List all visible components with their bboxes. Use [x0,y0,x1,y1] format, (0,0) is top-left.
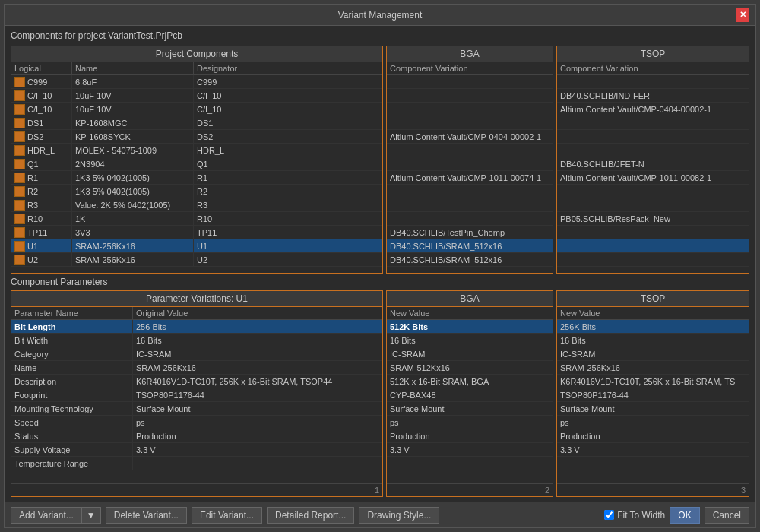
param-tsop-table[interactable]: 256K Bits16 BitsIC-SRAMSRAM-256Kx16K6R40… [557,320,749,483]
param-row[interactable]: Supply Voltage 3.3 V [11,443,382,457]
cell-orig-val: TSOP80P1176-44 [133,388,382,401]
delete-variant-button[interactable]: Delete Variant... [106,507,187,524]
param-row[interactable]: 16 Bits [387,334,553,347]
table-row[interactable]: C/I_10 10uF 10V C/I_10 [11,103,382,116]
table-row[interactable] [387,212,553,226]
table-row[interactable]: Altium Content Vault/CMP-1011-00074-1 [387,171,553,185]
tsop-panel: TSOP Component Variation DB40.SCHLIB/IND… [556,46,749,274]
table-row[interactable] [557,239,749,253]
param-row[interactable]: Name SRAM-256Kx16 [11,361,382,375]
table-row[interactable]: U1 SRAM-256Kx16 U1 [11,239,382,253]
table-row[interactable]: R3 Value: 2K 5% 0402(1005) R3 [11,198,382,212]
param-row[interactable]: 512K x 16-Bit SRAM, BGA [387,375,553,388]
table-row[interactable] [557,226,749,239]
fit-to-width-checkbox-wrap[interactable]: Fit To Width [604,510,665,521]
table-row[interactable] [557,116,749,130]
param-row[interactable]: ps [387,416,553,429]
drawing-style-button[interactable]: Drawing Style... [359,507,439,524]
bga-table[interactable]: Altium Content Vault/CMP-0404-00002-1Alt… [387,75,553,273]
table-row[interactable] [387,157,553,171]
param-row[interactable]: ps [557,416,749,429]
param-left-table[interactable]: Bit Length 256 Bits Bit Width 16 Bits Ca… [11,320,382,483]
table-row[interactable]: Q1 2N3904 Q1 [11,157,382,171]
param-row[interactable]: Surface Mount [557,402,749,416]
param-row[interactable]: TSOP80P1176-44 [557,388,749,402]
table-row[interactable] [387,116,553,130]
table-row[interactable]: DB40.SCHLIB/JFET-N [557,157,749,171]
param-row[interactable] [387,457,553,470]
table-row[interactable]: HDR_L MOLEX - 54075-1009 HDR_L [11,144,382,157]
table-row[interactable]: C/I_10 10uF 10V C/I_10 [11,89,382,103]
table-row[interactable]: DB40.SCHLIB/TestPin_Chomp [387,226,553,239]
cell-tsop-val: SRAM-256Kx16 [557,361,749,374]
param-row[interactable]: Footprint TSOP80P1176-44 [11,388,382,402]
param-row[interactable]: Bit Length 256 Bits [11,320,382,334]
table-row[interactable] [387,198,553,212]
table-row[interactable]: R1 1K3 5% 0402(1005) R1 [11,171,382,185]
param-row[interactable]: Status Production [11,429,382,443]
cell-bga-val: Surface Mount [387,402,553,415]
table-row[interactable]: Altium Content Vault/CMP-0404-00002-1 [387,130,553,144]
param-row[interactable]: Category IC-SRAM [11,347,382,361]
param-row[interactable]: 16 Bits [557,334,749,347]
param-row[interactable]: 512K Bits [387,320,553,334]
table-row[interactable] [387,89,553,103]
table-row[interactable]: DB40.SCHLIB/SRAM_512x16 [387,253,553,267]
table-row[interactable] [557,144,749,157]
table-row[interactable]: DS1 KP-1608MGC DS1 [11,116,382,130]
add-variant-dropdown-button[interactable]: ▼ [82,507,101,524]
table-row[interactable]: DB40.SCHLIB/IND-FER [557,89,749,103]
table-row[interactable]: R10 1K R10 [11,212,382,226]
table-row[interactable] [387,103,553,116]
table-row[interactable] [557,253,749,267]
param-row[interactable]: CYP-BAX48 [387,388,553,402]
table-row[interactable]: R2 1K3 5% 0402(1005) R2 [11,185,382,198]
param-row[interactable]: SRAM-512Kx16 [387,361,553,375]
param-row[interactable] [557,457,749,470]
param-row[interactable]: K6R4016V1D-TC10T, 256K x 16-Bit SRAM, TS [557,375,749,388]
detailed-report-button[interactable]: Detailed Report... [267,507,354,524]
table-row[interactable]: U2 SRAM-256Kx16 U2 [11,253,382,267]
project-components-header: Project Components [11,46,382,62]
param-row[interactable]: 3.3 V [557,443,749,457]
close-button[interactable]: ✕ [736,8,749,22]
table-row[interactable] [557,185,749,198]
table-row[interactable] [557,75,749,89]
param-row[interactable]: SRAM-256Kx16 [557,361,749,375]
param-row[interactable]: IC-SRAM [387,347,553,361]
param-row[interactable]: Speed ps [11,416,382,429]
bga-comp-var-col: Component Variation [387,62,553,74]
cell-logical: C/I_10 [11,89,72,102]
table-row[interactable] [387,144,553,157]
table-row[interactable]: TP11 3V3 TP11 [11,226,382,239]
table-row[interactable] [387,75,553,89]
table-row[interactable] [557,198,749,212]
tsop-table[interactable]: DB40.SCHLIB/IND-FERAltium Content Vault/… [557,75,749,273]
table-row[interactable] [387,185,553,198]
cell-bga [387,144,553,157]
param-row[interactable]: 256K Bits [557,320,749,334]
fit-to-width-checkbox[interactable] [604,510,614,520]
table-row[interactable]: Altium Content Vault/CMP-1011-00082-1 [557,171,749,185]
ok-button[interactable]: OK [670,507,699,524]
table-row[interactable]: C999 6.8uF C999 [11,75,382,89]
table-row[interactable]: DS2 KP-1608SYCK DS2 [11,130,382,144]
cancel-button[interactable]: Cancel [705,507,749,524]
param-bga-table[interactable]: 512K Bits16 BitsIC-SRAMSRAM-512Kx16512K … [387,320,553,483]
param-row[interactable]: 3.3 V [387,443,553,457]
table-row[interactable]: PB05.SCHLIB/ResPack_New [557,212,749,226]
project-components-table[interactable]: C999 6.8uF C999 C/I_10 10uF 10V C/I_10 C… [11,75,382,273]
param-row[interactable]: Production [387,429,553,443]
param-row[interactable]: Surface Mount [387,402,553,416]
param-row[interactable]: Temperature Range [11,457,382,470]
table-row[interactable]: Altium Content Vault/CMP-0404-00002-1 [557,103,749,116]
param-row[interactable]: Description K6R4016V1D-TC10T, 256K x 16-… [11,375,382,388]
param-row[interactable]: Bit Width 16 Bits [11,334,382,347]
add-variant-button[interactable]: Add Variant... [11,507,82,524]
table-row[interactable]: DB40.SCHLIB/SRAM_512x16 [387,239,553,253]
param-row[interactable]: Production [557,429,749,443]
edit-variant-button[interactable]: Edit Variant... [192,507,262,524]
param-row[interactable]: IC-SRAM [557,347,749,361]
param-row[interactable]: Mounting Technology Surface Mount [11,402,382,416]
table-row[interactable] [557,130,749,144]
